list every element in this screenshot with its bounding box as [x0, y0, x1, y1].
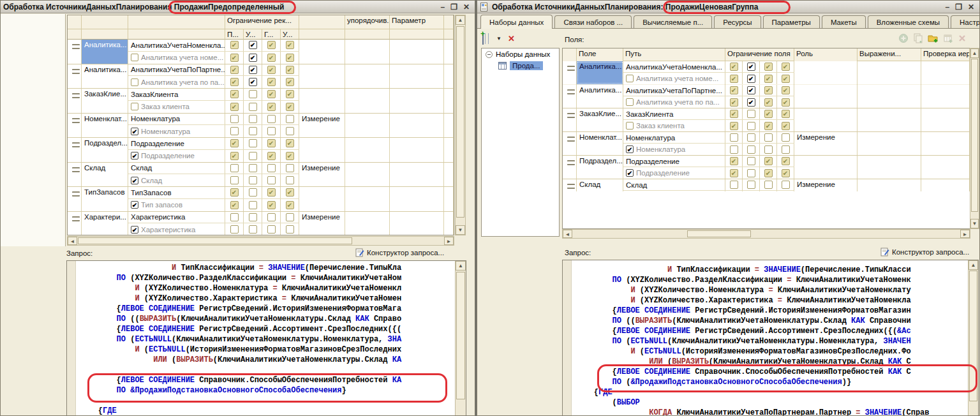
checkbox[interactable]: ✔ [230, 66, 239, 74]
checkbox[interactable] [286, 164, 294, 172]
checkbox[interactable]: ✔ [286, 90, 294, 98]
checkbox[interactable]: ✔ [730, 157, 738, 165]
checkbox[interactable] [626, 122, 634, 130]
path-cell[interactable]: Номенклатура [623, 132, 725, 143]
tree-item-dataset[interactable]: Прода... [482, 59, 559, 71]
close-button[interactable]: ✕ [968, 3, 974, 11]
row-handle[interactable] [68, 138, 82, 162]
path-cell[interactable]: ✔Номенклатура [623, 144, 725, 155]
checkbox[interactable] [764, 145, 773, 154]
checkbox[interactable]: ✔ [267, 54, 276, 62]
checkbox[interactable]: ✔ [230, 54, 239, 62]
checkbox[interactable]: ✔ [267, 188, 276, 197]
checkbox[interactable] [267, 164, 276, 172]
right-tabstrip[interactable]: Наборы данныхСвязи наборов ...Вычисляемы… [477, 13, 979, 29]
checkbox[interactable] [230, 164, 239, 172]
path-cell[interactable]: ✔Номенклатура [128, 125, 225, 137]
checkbox[interactable] [286, 115, 294, 123]
checkbox[interactable]: ✔ [131, 226, 138, 234]
chevron-down-icon[interactable]: ▼ [496, 36, 501, 41]
checkbox[interactable]: ✔ [782, 157, 790, 165]
checkbox[interactable] [249, 127, 257, 135]
tab-5[interactable]: Параметры [763, 15, 820, 28]
minimize-button[interactable]: – [945, 3, 949, 11]
checkbox[interactable]: ✔ [747, 98, 755, 107]
delete-field-icon[interactable] [958, 34, 967, 43]
left-query-editor[interactable]: И ТипКлассификации = ЗНАЧЕНИЕ(Перечислен… [66, 260, 466, 416]
checkbox[interactable] [747, 181, 755, 189]
path-cell[interactable]: Склад [623, 179, 725, 190]
checkbox[interactable]: ✔ [230, 41, 239, 49]
close-button[interactable]: ✕ [463, 3, 470, 11]
checkbox[interactable] [730, 133, 738, 142]
checkbox[interactable]: ✔ [286, 78, 294, 86]
checkbox[interactable] [249, 152, 257, 160]
table-row[interactable]: ЗаказКлие...ЗаказКлиента✔✔✔Заказ клиента… [563, 108, 970, 132]
datasets-tree[interactable]: Наборы данных Прода... [481, 48, 560, 237]
field-name-cell[interactable]: Характери... [82, 212, 128, 236]
tab-1[interactable]: Наборы данных [480, 15, 553, 29]
checkbox[interactable] [747, 122, 755, 130]
row-handle[interactable] [68, 187, 82, 211]
field-name-cell[interactable]: ЗаказКлие... [82, 89, 128, 113]
checkbox[interactable]: ✔ [730, 110, 738, 118]
path-cell[interactable]: АналитикаУчетаНоменкла... [623, 61, 725, 72]
checkbox[interactable]: ✔ [230, 103, 239, 111]
checkbox[interactable] [131, 103, 138, 110]
scroll-up-icon[interactable]: ▲ [456, 261, 466, 271]
copy-field-icon[interactable] [913, 33, 923, 43]
checkbox[interactable]: ✔ [626, 169, 634, 177]
checkbox[interactable]: ✔ [782, 98, 790, 107]
field-name-cell[interactable]: Номенклат... [577, 132, 623, 155]
checkbox[interactable] [626, 98, 634, 106]
checkbox[interactable] [131, 54, 138, 61]
checkbox[interactable] [230, 225, 239, 234]
checkbox[interactable] [267, 127, 276, 135]
row-handle[interactable] [68, 163, 82, 187]
scroll-down-icon[interactable]: ▼ [456, 225, 465, 235]
checkbox[interactable] [267, 213, 276, 221]
table-row[interactable]: СкладСклад✔СкладИзмерение [68, 163, 454, 188]
checkbox[interactable] [747, 110, 755, 118]
table-row[interactable]: СкладСклад✔СкладИзмерение [563, 179, 970, 191]
checkbox[interactable]: ✔ [286, 66, 294, 74]
checkbox[interactable] [782, 181, 790, 189]
path-cell[interactable]: Аналитика учета номе... [128, 52, 225, 64]
table-row[interactable]: Номенклат...Номенклатура✔НоменклатураИзм… [563, 132, 970, 156]
field-name-cell[interactable]: Склад [82, 163, 128, 187]
checkbox[interactable]: ✔ [747, 86, 755, 94]
right-table-rows[interactable]: Аналитика...АналитикаУчетаНоменкла...✔✔✔… [563, 61, 970, 191]
table-row[interactable]: Номенклат...Номенклатура✔НоменклатураИзм… [68, 114, 454, 138]
field-name-cell[interactable]: Склад [577, 179, 623, 191]
row-handle[interactable] [68, 114, 82, 138]
scroll-up-icon[interactable]: ▲ [970, 48, 979, 58]
maximize-button[interactable]: ❐ [450, 3, 457, 11]
checkbox[interactable] [747, 133, 755, 142]
checkbox[interactable]: ✔ [286, 103, 294, 111]
checkbox[interactable] [249, 139, 257, 147]
checkbox[interactable] [747, 157, 755, 165]
path-cell[interactable]: Номенклатура [128, 114, 225, 125]
checkbox[interactable] [747, 169, 755, 177]
table-row[interactable]: Подраздел...Подразделение✔✔✔✔Подразделен… [563, 156, 970, 179]
checkbox[interactable]: ✔ [286, 54, 294, 62]
checkbox[interactable] [747, 145, 755, 154]
field-name-cell[interactable]: ТипЗапасов [82, 187, 128, 211]
right-titlebar[interactable]: Обработка ИсточникиДанныхПланирования: П… [477, 1, 979, 13]
right-query-editor[interactable]: И ТипКлассификации = ЗНАЧЕНИЕ(Перечислен… [562, 260, 979, 416]
checkbox[interactable]: ✔ [286, 41, 294, 49]
path-cell[interactable]: АналитикаУчетаПоПартне... [623, 85, 725, 96]
checkbox[interactable]: ✔ [764, 98, 773, 107]
checkbox[interactable] [249, 176, 257, 184]
path-cell[interactable]: Склад [128, 163, 225, 174]
path-cell[interactable]: Аналитика учета номе... [623, 73, 725, 84]
path-cell[interactable]: ✔Характеристика [128, 223, 225, 235]
row-handle[interactable] [563, 108, 577, 131]
checkbox[interactable]: ✔ [230, 152, 239, 160]
table-row[interactable]: Аналитика...АналитикаУчетаПоПартне...✔✔✔… [563, 85, 970, 108]
checkbox[interactable] [249, 115, 257, 123]
checkbox[interactable]: ✔ [764, 86, 773, 94]
checkbox[interactable] [286, 176, 294, 184]
tab-7[interactable]: Вложенные схемы [868, 15, 949, 28]
checkbox[interactable] [230, 115, 239, 123]
